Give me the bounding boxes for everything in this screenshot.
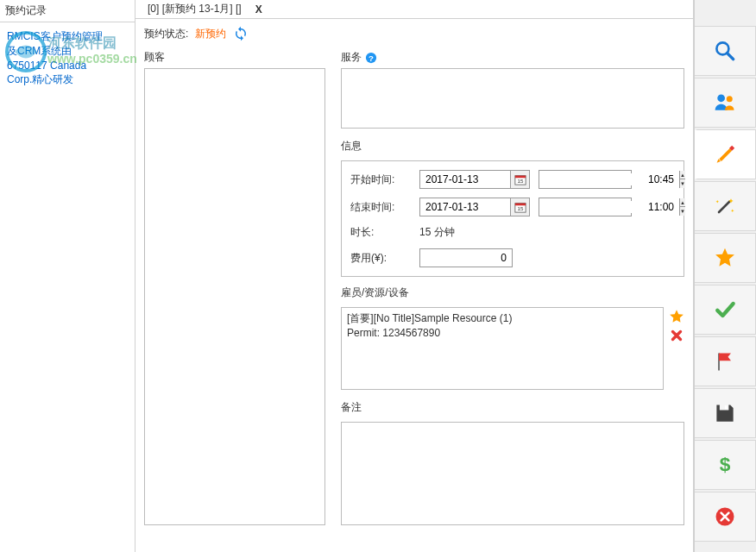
- info-line: 6750117 Canada: [7, 59, 128, 73]
- star-icon[interactable]: [669, 309, 684, 324]
- fee-input[interactable]: [419, 248, 513, 267]
- svg-text:15: 15: [517, 205, 523, 211]
- search-button[interactable]: [695, 26, 756, 76]
- resource-box[interactable]: [首要][No Title]Sample Resource (1) Permit…: [341, 307, 664, 390]
- center-panel: [0] [新预约 13-1月] [] X 预约状态: 新预约 顾客 服务: [135, 0, 694, 552]
- users-button[interactable]: [695, 78, 756, 128]
- tab-bar: [0] [新预约 13-1月] [] X: [135, 0, 693, 19]
- end-time-input[interactable]: ▲▼: [539, 198, 632, 216]
- info-line: 及CRM系统由: [7, 44, 128, 59]
- notes-header: 备注: [341, 400, 684, 415]
- edit-button[interactable]: [695, 129, 756, 179]
- resource-line: Permit: 1234567890: [347, 326, 658, 341]
- end-date-input[interactable]: 15: [419, 198, 530, 216]
- refresh-icon[interactable]: [233, 26, 249, 41]
- favorite-button[interactable]: [695, 233, 756, 283]
- flag-button[interactable]: [695, 336, 756, 386]
- notes-box[interactable]: [341, 422, 684, 525]
- start-date-field[interactable]: [420, 173, 510, 185]
- svg-line-14: [719, 202, 729, 212]
- customer-label: 顾客: [144, 50, 325, 65]
- svg-text:?: ?: [369, 53, 374, 62]
- service-label: 服务: [341, 50, 362, 65]
- cancel-button[interactable]: [695, 492, 756, 542]
- spin-down-icon[interactable]: ▼: [680, 207, 685, 216]
- resource-line: [首要][No Title]Sample Resource (1): [347, 311, 658, 326]
- info-line: Corp.精心研发: [7, 72, 128, 87]
- status-value: 新预约: [195, 27, 226, 41]
- fee-label: 费用(¥):: [350, 251, 411, 266]
- start-time-field[interactable]: [539, 173, 679, 185]
- spin-up-icon[interactable]: ▲: [680, 171, 685, 179]
- payment-button[interactable]: $: [695, 440, 756, 490]
- tab-appointment[interactable]: [0] [新预约 13-1月] []: [141, 0, 249, 18]
- info-line: RMCIS客户预约管理: [7, 29, 128, 44]
- calendar-icon[interactable]: 15: [510, 198, 529, 216]
- start-time-input[interactable]: ▲▼: [539, 170, 632, 189]
- left-panel-header: 预约记录: [0, 0, 135, 22]
- spin-up-icon[interactable]: ▲: [680, 198, 685, 207]
- svg-text:15: 15: [517, 178, 523, 184]
- resource-header: 雇员/资源/设备: [341, 285, 684, 300]
- delete-icon[interactable]: [669, 328, 684, 343]
- end-time-field[interactable]: [539, 201, 679, 213]
- start-date-input[interactable]: 15: [419, 170, 530, 189]
- start-time-label: 开始时间:: [350, 172, 411, 187]
- right-toolbar: $: [694, 0, 756, 552]
- status-label: 预约状态:: [144, 27, 188, 41]
- calendar-icon[interactable]: 15: [510, 171, 529, 188]
- wand-button[interactable]: [695, 181, 756, 231]
- service-box[interactable]: [341, 68, 684, 129]
- tab-close-button[interactable]: X: [255, 3, 262, 16]
- svg-rect-16: [725, 405, 728, 409]
- confirm-button[interactable]: [695, 285, 756, 335]
- end-time-label: 结束时间:: [350, 200, 411, 215]
- svg-text:$: $: [720, 453, 731, 475]
- save-button[interactable]: [695, 388, 756, 438]
- customer-box[interactable]: [144, 68, 325, 525]
- help-icon[interactable]: ?: [365, 52, 377, 64]
- duration-label: 时长:: [350, 225, 411, 240]
- svg-line-10: [728, 53, 734, 60]
- duration-value: 15 分钟: [419, 225, 455, 240]
- svg-point-11: [717, 94, 725, 102]
- spin-down-icon[interactable]: ▼: [680, 179, 685, 188]
- left-panel: 预约记录 RMCIS客户预约管理 及CRM系统由 6750117 Canada …: [0, 0, 135, 552]
- left-panel-info: RMCIS客户预约管理 及CRM系统由 6750117 Canada Corp.…: [0, 22, 135, 94]
- svg-point-12: [727, 96, 733, 102]
- info-header: 信息: [341, 139, 684, 154]
- end-date-field[interactable]: [420, 201, 510, 213]
